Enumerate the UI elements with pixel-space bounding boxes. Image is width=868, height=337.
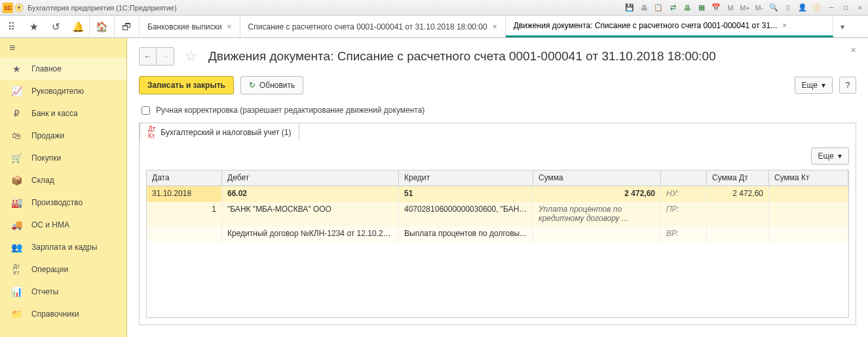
ruble-icon: ₽ (10, 108, 22, 119)
save-close-button[interactable]: Записать и закрыть (139, 76, 234, 94)
tab-windows-icon[interactable]: 🗗 (115, 16, 140, 37)
sidebar-item-salary[interactable]: 👥Зарплата и кадры (0, 236, 126, 258)
col-sumkt[interactable]: Сумма Кт (769, 170, 848, 186)
close-icon[interactable]: ✕ (855, 3, 865, 13)
sidebar-item-manager[interactable]: 📈Руководителю (0, 80, 126, 102)
grid-header: Дата Дебет Кредит Сумма Сумма Дт Сумма К… (147, 170, 848, 186)
more-button[interactable]: Еще▾ (795, 77, 833, 94)
button-label: Еще (802, 81, 818, 90)
sidebar-item-refs[interactable]: 📁Справочники (0, 303, 126, 325)
copy-icon[interactable]: 📋 (653, 3, 664, 13)
nav-tools: ⠿ ★ ↺ 🔔 (0, 16, 90, 37)
print2-icon[interactable]: 🖶 (682, 3, 692, 13)
cell-kind: НУ: (661, 186, 707, 202)
calc-icon[interactable]: ▦ (696, 3, 707, 13)
tab-label: Бухгалтерский и налоговый учет (1) (160, 128, 291, 137)
refresh-icon: ↻ (249, 81, 255, 90)
menu-icon[interactable]: ≡ (0, 38, 126, 58)
mem-mm[interactable]: M- (754, 3, 764, 13)
panels-icon[interactable]: ▯ (783, 3, 793, 13)
tab-writeoff[interactable]: Списание с расчетного счета 0001-000041 … (240, 16, 506, 37)
sidebar-item-label: Справочники (31, 309, 79, 319)
sidebar-item-bank[interactable]: ₽Банк и касса (0, 102, 126, 125)
close-icon[interactable]: × (782, 21, 787, 30)
sidebar: ≡ ★Главное 📈Руководителю ₽Банк и касса 🛍… (0, 38, 127, 337)
grid-row[interactable]: 31.10.2018 66.02 51 2 472,60 НУ: 2 472,6… (147, 186, 848, 202)
grid-row[interactable]: Кредитный договор №КЛН-1234 от 12.10.20.… (147, 226, 848, 242)
titlebar-icons: 💾 🖶 📋 ⇄ 🖶 ▦ 📅 M M+ M- 🔍 ▯ 👤 ⓘ ─ ◻ ✕ (624, 3, 865, 13)
compare-icon[interactable]: ⇄ (668, 3, 678, 13)
save-icon[interactable]: 💾 (624, 3, 635, 13)
ledger-icon: ДтКт (10, 263, 22, 276)
sidebar-item-reports[interactable]: 📊Отчеты (0, 281, 126, 303)
info-icon[interactable]: ⓘ (812, 3, 822, 13)
maximize-icon[interactable]: ◻ (840, 3, 851, 13)
favorite-icon[interactable]: ★ (22, 16, 45, 38)
page-close-icon[interactable]: × (851, 45, 856, 55)
manual-edit-label: Ручная корректировка (разрешает редактир… (156, 106, 425, 115)
forward-button[interactable]: → (157, 48, 174, 65)
app-title: Бухгалтерия предприятия (1С:Предприятие) (28, 4, 177, 12)
chevron-down-icon: ▾ (821, 81, 825, 90)
calendar-icon[interactable]: 📅 (711, 3, 721, 13)
print-icon[interactable]: 🖶 (639, 3, 649, 13)
sidebar-item-assets[interactable]: 🚚ОС и НМА (0, 214, 126, 236)
grid-row[interactable]: 1 "БАНК "МБА-МОСКВА" ООО 407028106000000… (147, 202, 848, 226)
tab-home[interactable]: 🏠 (90, 16, 115, 37)
grid-more-button[interactable]: Еще▾ (811, 148, 849, 165)
notify-icon[interactable]: 🔔 (67, 16, 89, 38)
zoom-icon[interactable]: 🔍 (768, 3, 779, 13)
cell-desc: Уплата процентов по кредитному договору … (533, 202, 661, 226)
main-pane: × ← → ☆ Движения документа: Списание с р… (127, 38, 868, 337)
sidebar-item-sales[interactable]: 🛍Продажи (0, 125, 126, 147)
minimize-icon[interactable]: ─ (826, 3, 837, 13)
tab-label: Списание с расчетного счета 0001-000041 … (248, 22, 487, 31)
page-title: Движения документа: Списание с расчетног… (208, 49, 716, 64)
cell-date: 31.10.2018 (147, 186, 222, 202)
star-icon[interactable]: ☆ (185, 48, 198, 65)
col-debit[interactable]: Дебет (222, 170, 399, 186)
col-credit[interactable]: Кредит (399, 170, 533, 186)
cell-sumdt: 2 472,60 (707, 186, 769, 202)
sidebar-item-production[interactable]: 🏭Производство (0, 191, 126, 214)
manual-edit-checkbox[interactable] (142, 106, 150, 115)
cell-credit: 407028106000000030600, "БАНК ... (399, 202, 533, 226)
sidebar-item-purchases[interactable]: 🛒Покупки (0, 147, 126, 169)
cell-kind: ПР: (661, 202, 707, 226)
close-icon[interactable]: × (493, 22, 497, 31)
tab-accounting[interactable]: ДтКт Бухгалтерский и налоговый учет (1) (140, 123, 299, 141)
sidebar-item-label: Продажи (31, 131, 64, 140)
folder-icon: 📁 (10, 309, 22, 319)
factory-icon: 🏭 (10, 197, 22, 208)
cell-sumkt (769, 202, 848, 226)
back-button[interactable]: ← (140, 48, 157, 65)
col-date[interactable]: Дата (147, 170, 222, 186)
help-button[interactable]: ? (839, 77, 856, 94)
cell-sum: 2 472,60 (533, 186, 661, 202)
sidebar-item-stock[interactable]: 📦Склад (0, 169, 126, 191)
apps-icon[interactable]: ⠿ (0, 16, 22, 38)
col-sumdt[interactable]: Сумма Дт (707, 170, 769, 186)
people-icon: 👥 (10, 242, 22, 252)
tab-label: Движения документа: Списание с расчетног… (514, 21, 778, 30)
col-sum[interactable]: Сумма (533, 170, 661, 186)
tabs-more-icon[interactable]: ▾ (833, 16, 852, 37)
button-label: Еще (818, 151, 834, 161)
inner-tabcontrol: ДтКт Бухгалтерский и налоговый учет (1) … (139, 123, 856, 325)
sidebar-item-label: Руководителю (31, 87, 84, 96)
tab-movements[interactable]: Движения документа: Списание с расчетног… (506, 16, 833, 37)
mem-mp[interactable]: M+ (740, 3, 750, 13)
close-icon[interactable]: × (227, 22, 232, 31)
mem-m[interactable]: M (725, 3, 736, 13)
sidebar-item-label: Склад (31, 176, 54, 185)
history-icon[interactable]: ↺ (45, 16, 67, 38)
sidebar-item-label: Отчеты (31, 287, 58, 296)
tab-bank-statements[interactable]: Банковские выписки × (140, 16, 240, 37)
cell-kind: ВР: (661, 226, 707, 242)
sidebar-item-main[interactable]: ★Главное (0, 58, 126, 80)
dropdown-icon[interactable]: ▼ (14, 3, 24, 12)
cell-debit: "БАНК "МБА-МОСКВА" ООО (222, 202, 399, 226)
refresh-button[interactable]: ↻Обновить (240, 76, 303, 94)
user-icon[interactable]: 👤 (797, 3, 808, 13)
sidebar-item-operations[interactable]: ДтКтОперации (0, 258, 126, 281)
